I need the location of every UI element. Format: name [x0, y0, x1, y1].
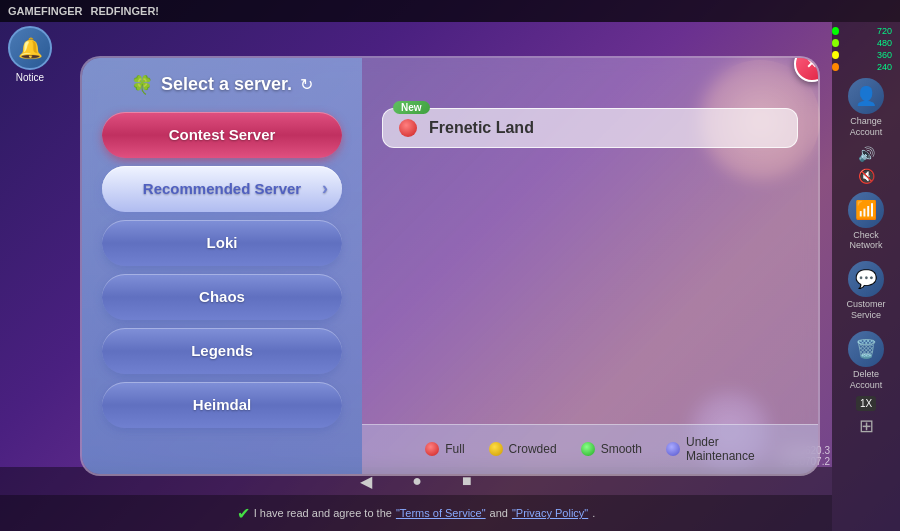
contest-server-label: Contest Server: [169, 126, 276, 143]
right-panel: New Frenetic Land Full Crowded Smooth: [362, 58, 818, 474]
dialog-title-row: 🍀 Select a server. ↻: [98, 74, 346, 96]
heimdal-server-label: Heimdal: [193, 396, 251, 413]
loki-server-button[interactable]: Loki: [102, 220, 342, 266]
status-maintenance: Under Maintenance: [666, 435, 755, 463]
recommended-server-label: Recommended Server: [143, 180, 301, 197]
status-legend-bar: Full Crowded Smooth Under Maintenance: [362, 424, 818, 474]
status-crowded: Crowded: [489, 442, 557, 456]
dialog-overlay: × 🍀 Select a server. ↻ Contest Server Re…: [0, 0, 900, 531]
status-full: Full: [425, 442, 464, 456]
legends-server-label: Legends: [191, 342, 253, 359]
refresh-icon[interactable]: ↻: [300, 75, 313, 94]
close-icon: ×: [807, 56, 818, 75]
smooth-dot: [581, 442, 595, 456]
server-name-frenetic-land: Frenetic Land: [429, 119, 534, 137]
chaos-server-label: Chaos: [199, 288, 245, 305]
server-icon: 🍀: [131, 74, 153, 96]
server-select-dialog: × 🍀 Select a server. ↻ Contest Server Re…: [80, 56, 820, 476]
crowded-dot: [489, 442, 503, 456]
legends-server-button[interactable]: Legends: [102, 328, 342, 374]
dialog-title: Select a server.: [161, 74, 292, 95]
chaos-server-button[interactable]: Chaos: [102, 274, 342, 320]
server-status-dot: [399, 119, 417, 137]
full-dot: [425, 442, 439, 456]
maintenance-dot: [666, 442, 680, 456]
status-smooth: Smooth: [581, 442, 642, 456]
loki-server-label: Loki: [207, 234, 238, 251]
recommended-server-button[interactable]: Recommended Server ›: [102, 166, 342, 212]
smooth-label: Smooth: [601, 442, 642, 456]
arrow-icon: ›: [322, 178, 328, 199]
server-item-frenetic-land[interactable]: New Frenetic Land: [382, 108, 798, 148]
crowded-label: Crowded: [509, 442, 557, 456]
heimdal-server-button[interactable]: Heimdal: [102, 382, 342, 428]
full-label: Full: [445, 442, 464, 456]
contest-server-button[interactable]: Contest Server: [102, 112, 342, 158]
new-badge: New: [393, 101, 430, 114]
left-panel: 🍀 Select a server. ↻ Contest Server Reco…: [82, 58, 362, 474]
maintenance-label: Under Maintenance: [686, 435, 755, 463]
server-list: New Frenetic Land: [362, 58, 818, 424]
